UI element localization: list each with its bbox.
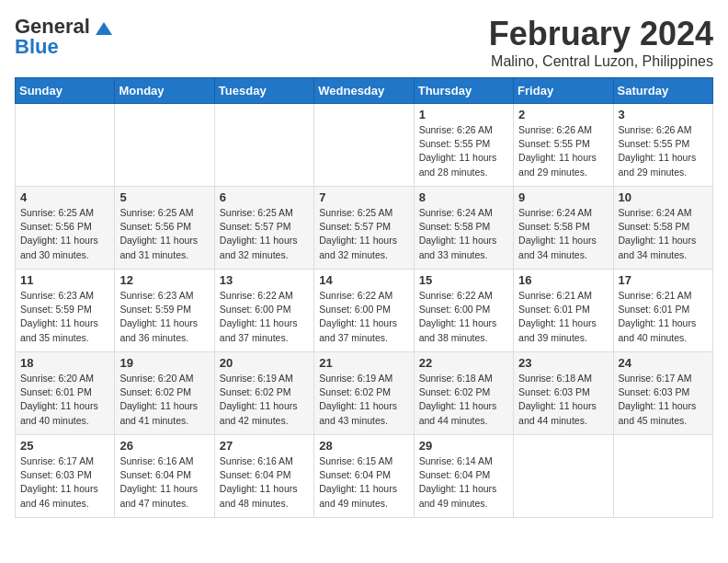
day-number: 7	[319, 190, 408, 204]
calendar-cell: 2Sunrise: 6:26 AMSunset: 5:55 PMDaylight…	[514, 104, 613, 187]
day-info: Sunrise: 6:22 AMSunset: 6:00 PMDaylight:…	[419, 289, 508, 345]
day-info: Sunrise: 6:18 AMSunset: 6:02 PMDaylight:…	[419, 372, 508, 428]
week-row-3: 11Sunrise: 6:23 AMSunset: 5:59 PMDayligh…	[16, 270, 713, 352]
day-number: 24	[619, 356, 708, 370]
calendar-cell: 8Sunrise: 6:24 AMSunset: 5:58 PMDaylight…	[414, 187, 513, 270]
day-info: Sunrise: 6:26 AMSunset: 5:55 PMDaylight:…	[518, 123, 608, 179]
day-info: Sunrise: 6:24 AMSunset: 5:58 PMDaylight:…	[419, 206, 508, 262]
calendar-cell	[214, 104, 313, 187]
day-number: 5	[119, 190, 209, 204]
day-number: 9	[518, 190, 608, 204]
calendar-cell: 26Sunrise: 6:16 AMSunset: 6:04 PMDayligh…	[115, 435, 214, 518]
header-saturday: Saturday	[613, 78, 712, 104]
calendar-cell: 15Sunrise: 6:22 AMSunset: 6:00 PMDayligh…	[414, 270, 513, 352]
header-thursday: Thursday	[414, 78, 513, 104]
day-info: Sunrise: 6:25 AMSunset: 5:57 PMDaylight:…	[220, 206, 309, 262]
day-info: Sunrise: 6:23 AMSunset: 5:59 PMDaylight:…	[119, 289, 209, 345]
calendar-cell: 20Sunrise: 6:19 AMSunset: 6:02 PMDayligh…	[214, 352, 313, 435]
calendar-cell	[514, 435, 613, 518]
header-tuesday: Tuesday	[214, 78, 313, 104]
day-info: Sunrise: 6:22 AMSunset: 6:00 PMDaylight:…	[319, 289, 408, 345]
title-block: February 2024 Malino, Central Luzon, Phi…	[489, 15, 713, 70]
svg-marker-0	[96, 22, 112, 35]
day-info: Sunrise: 6:17 AMSunset: 6:03 PMDaylight:…	[20, 454, 109, 511]
day-info: Sunrise: 6:21 AMSunset: 6:01 PMDaylight:…	[518, 289, 608, 345]
day-info: Sunrise: 6:15 AMSunset: 6:04 PMDaylight:…	[319, 454, 408, 511]
calendar-cell: 12Sunrise: 6:23 AMSunset: 5:59 PMDayligh…	[115, 270, 214, 352]
day-info: Sunrise: 6:20 AMSunset: 6:01 PMDaylight:…	[20, 372, 109, 428]
day-info: Sunrise: 6:24 AMSunset: 5:58 PMDaylight:…	[518, 206, 608, 262]
calendar-cell: 28Sunrise: 6:15 AMSunset: 6:04 PMDayligh…	[314, 435, 414, 518]
calendar-cell: 10Sunrise: 6:24 AMSunset: 5:58 PMDayligh…	[613, 187, 712, 270]
day-number: 16	[518, 273, 608, 287]
day-number: 20	[220, 356, 309, 370]
day-info: Sunrise: 6:26 AMSunset: 5:55 PMDaylight:…	[419, 123, 508, 179]
day-number: 6	[220, 190, 309, 204]
day-number: 18	[20, 356, 109, 370]
day-number: 29	[419, 439, 508, 453]
logo-general: General	[15, 15, 90, 38]
day-number: 15	[419, 273, 508, 287]
day-info: Sunrise: 6:25 AMSunset: 5:56 PMDaylight:…	[119, 206, 209, 262]
calendar-cell: 25Sunrise: 6:17 AMSunset: 6:03 PMDayligh…	[16, 435, 115, 518]
day-number: 12	[119, 273, 209, 287]
week-row-4: 18Sunrise: 6:20 AMSunset: 6:01 PMDayligh…	[16, 352, 713, 435]
calendar-cell: 23Sunrise: 6:18 AMSunset: 6:03 PMDayligh…	[514, 352, 613, 435]
logo: General Blue	[15, 15, 112, 59]
calendar-cell: 1Sunrise: 6:26 AMSunset: 5:55 PMDaylight…	[414, 104, 513, 187]
calendar-cell	[115, 104, 214, 187]
week-row-2: 4Sunrise: 6:25 AMSunset: 5:56 PMDaylight…	[16, 187, 713, 270]
calendar-cell: 21Sunrise: 6:19 AMSunset: 6:02 PMDayligh…	[314, 352, 414, 435]
calendar-cell: 11Sunrise: 6:23 AMSunset: 5:59 PMDayligh…	[16, 270, 115, 352]
day-info: Sunrise: 6:16 AMSunset: 6:04 PMDaylight:…	[119, 454, 209, 511]
calendar-cell	[314, 104, 414, 187]
day-number: 3	[619, 108, 708, 121]
day-number: 8	[419, 190, 508, 204]
day-info: Sunrise: 6:19 AMSunset: 6:02 PMDaylight:…	[220, 372, 309, 428]
calendar-cell: 7Sunrise: 6:25 AMSunset: 5:57 PMDaylight…	[314, 187, 414, 270]
calendar-cell: 14Sunrise: 6:22 AMSunset: 6:00 PMDayligh…	[314, 270, 414, 352]
day-number: 13	[220, 273, 309, 287]
calendar-cell: 27Sunrise: 6:16 AMSunset: 6:04 PMDayligh…	[214, 435, 313, 518]
header-friday: Friday	[514, 78, 613, 104]
header-wednesday: Wednesday	[314, 78, 414, 104]
calendar-cell: 18Sunrise: 6:20 AMSunset: 6:01 PMDayligh…	[16, 352, 115, 435]
day-number: 22	[419, 356, 508, 370]
day-number: 23	[518, 356, 608, 370]
day-info: Sunrise: 6:26 AMSunset: 5:55 PMDaylight:…	[619, 123, 708, 179]
calendar-title: February 2024	[489, 15, 713, 53]
calendar-header-row: SundayMondayTuesdayWednesdayThursdayFrid…	[16, 78, 713, 104]
day-info: Sunrise: 6:17 AMSunset: 6:03 PMDaylight:…	[619, 372, 708, 428]
logo-icon	[96, 22, 112, 37]
day-info: Sunrise: 6:22 AMSunset: 6:00 PMDaylight:…	[220, 289, 309, 345]
week-row-1: 1Sunrise: 6:26 AMSunset: 5:55 PMDaylight…	[16, 104, 713, 187]
day-info: Sunrise: 6:14 AMSunset: 6:04 PMDaylight:…	[419, 454, 508, 511]
day-info: Sunrise: 6:25 AMSunset: 5:56 PMDaylight:…	[20, 206, 109, 262]
day-info: Sunrise: 6:25 AMSunset: 5:57 PMDaylight:…	[319, 206, 408, 262]
calendar-cell: 13Sunrise: 6:22 AMSunset: 6:00 PMDayligh…	[214, 270, 313, 352]
day-number: 4	[20, 190, 109, 204]
page-header: General Blue February 2024 Malino, Centr…	[15, 15, 713, 70]
calendar-cell	[16, 104, 115, 187]
day-number: 27	[220, 439, 309, 453]
calendar-cell: 29Sunrise: 6:14 AMSunset: 6:04 PMDayligh…	[414, 435, 513, 518]
header-monday: Monday	[115, 78, 214, 104]
day-number: 26	[119, 439, 209, 453]
calendar-cell	[613, 435, 712, 518]
calendar-cell: 24Sunrise: 6:17 AMSunset: 6:03 PMDayligh…	[613, 352, 712, 435]
calendar-subtitle: Malino, Central Luzon, Philippines	[489, 53, 713, 70]
calendar-cell: 19Sunrise: 6:20 AMSunset: 6:02 PMDayligh…	[115, 352, 214, 435]
week-row-5: 25Sunrise: 6:17 AMSunset: 6:03 PMDayligh…	[16, 435, 713, 518]
day-number: 21	[319, 356, 408, 370]
day-info: Sunrise: 6:19 AMSunset: 6:02 PMDaylight:…	[319, 372, 408, 428]
day-number: 25	[20, 439, 109, 453]
calendar-cell: 5Sunrise: 6:25 AMSunset: 5:56 PMDaylight…	[115, 187, 214, 270]
day-info: Sunrise: 6:21 AMSunset: 6:01 PMDaylight:…	[619, 289, 708, 345]
calendar-cell: 6Sunrise: 6:25 AMSunset: 5:57 PMDaylight…	[214, 187, 313, 270]
day-number: 17	[619, 273, 708, 287]
header-sunday: Sunday	[16, 78, 115, 104]
calendar-cell: 17Sunrise: 6:21 AMSunset: 6:01 PMDayligh…	[613, 270, 712, 352]
day-number: 2	[518, 108, 608, 121]
calendar-cell: 22Sunrise: 6:18 AMSunset: 6:02 PMDayligh…	[414, 352, 513, 435]
day-number: 1	[419, 108, 508, 121]
